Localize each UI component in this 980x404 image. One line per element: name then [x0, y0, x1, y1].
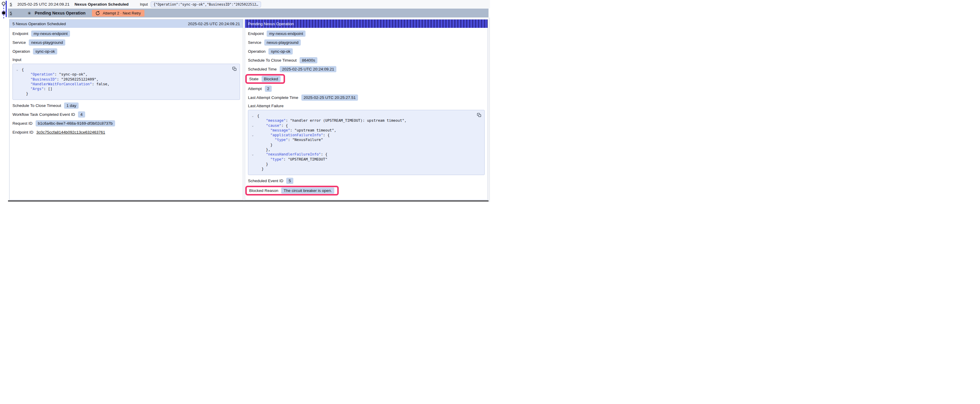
pending-nexus-operation-row[interactable]: 5 ✳ Pending Nexus Operation Attempt 2 · … [8, 9, 488, 17]
field-label: Service [13, 40, 26, 45]
field-row-endpoint: Endpointmy-nexus-endpoint [248, 29, 485, 38]
field-row-endpoint-id: Endpoint ID3c0c75ccfa8144b092c13ce632463… [13, 128, 240, 137]
field-label: Scheduled Time [248, 67, 277, 71]
nexus-asterisk-icon: ✳ [28, 11, 32, 16]
event-title: Nexus Operation Scheduled [75, 2, 129, 6]
schedule-to-close-timeout-value: 86400s [299, 57, 317, 63]
code-line: "message": "handler error (UPSTREAM_TIME… [248, 118, 474, 123]
retry-icon [95, 11, 100, 16]
field-row-workflow-task-completed-event-id: Workflow Task Completed Event ID4 [13, 110, 240, 119]
field-label: Scheduled Event ID [248, 179, 283, 183]
field-row-operation: Operationsync-op-ok [248, 47, 485, 56]
timeline-event-dot-icon [2, 2, 5, 5]
collapse-chevron-icon[interactable]: ⌄ [252, 124, 255, 127]
field-label: Endpoint [248, 32, 264, 36]
scheduled-panel-header: 5 Nexus Operation Scheduled 2025-02-25 U… [10, 19, 243, 28]
state-value: Blocked [262, 76, 281, 82]
collapse-chevron-icon[interactable]: ⌄ [252, 133, 255, 137]
field-label: Workflow Task Completed Event ID [13, 112, 75, 117]
field-row-scheduled-event-id: Scheduled Event ID5 [248, 176, 485, 185]
input-label: Input [140, 2, 148, 6]
copy-icon[interactable] [232, 67, 237, 71]
field-row-schedule-to-close-timeout: Schedule To Close Timeout1 day [13, 101, 240, 110]
code-line: "type": "NexusFailure" [248, 138, 474, 142]
code-line: ⌄ "applicationFailureInfo": { [248, 133, 474, 138]
collapse-chevron-icon[interactable]: ⌄ [16, 68, 20, 71]
annotation-highlight-box: Blocked ReasonThe circuit breaker is ope… [245, 186, 339, 195]
attempt-value: 2 [265, 86, 272, 92]
pending-operation-panel: Pending Nexus Operation Endpointmy-nexus… [245, 19, 488, 200]
pending-panel-title: Pending Nexus Operation [248, 22, 294, 26]
field-row-service: Servicenexus-playground [13, 38, 240, 47]
field-label: Request ID [13, 121, 33, 125]
service-value: nexus-playground [264, 40, 301, 46]
code-line: "Args": [] [13, 87, 229, 91]
code-line: "type": "UPSTREAM_TIMEOUT" [248, 157, 474, 162]
section-label-input: Input [13, 56, 240, 63]
event-detail-panels: 5 Nexus Operation Scheduled 2025-02-25 U… [9, 19, 488, 200]
field-row-endpoint: Endpointmy-nexus-endpoint [13, 29, 240, 38]
field-label: State [249, 77, 259, 81]
scheduled-panel-body: Endpointmy-nexus-endpointServicenexus-pl… [10, 28, 243, 137]
field-row-schedule-to-close-timeout: Schedule To Close Timeout86400s [248, 56, 485, 65]
code-line: } [248, 162, 474, 166]
field-row-operation: Operationsync-op-ok [13, 47, 240, 56]
field-label: Last Attempt Complete Time [248, 95, 298, 100]
code-line: ⌄{ [248, 113, 474, 118]
code-line: } [248, 166, 474, 171]
workflow-task-completed-event-id-value: 4 [78, 111, 85, 117]
field-label: Schedule To Close Timeout [13, 103, 61, 108]
scheduled-event-id-value: 5 [286, 178, 293, 184]
code-block-last-attempt-failure: ⌄{ "message": "handler error (UPSTREAM_T… [248, 110, 485, 175]
event-history-row-scheduled[interactable]: 5 2025-02-25 UTC 20:24:09.21 Nexus Opera… [8, 0, 490, 9]
field-label: Attempt [248, 87, 262, 91]
timeline-selection-bar [6, 1, 7, 17]
code-line: "BusinessID": "20250225122409", [13, 77, 229, 82]
copy-icon[interactable] [477, 113, 481, 117]
pending-event-id-link[interactable]: 5 [10, 11, 12, 16]
field-label: Schedule To Close Timeout [248, 58, 297, 62]
scheduled-time-value: 2025-02-25 UTC 20:24:09.21 [280, 66, 337, 72]
last-attempt-complete-time-value: 2025-02-25 UTC 20:25:27.51 [301, 95, 358, 101]
field-label: Service [248, 40, 261, 45]
code-line: } [248, 143, 474, 147]
request-id-value: b1c6a4bc-8ee7-468a-9169-df3b02c8737b [36, 120, 115, 127]
scheduled-panel-timestamp: 2025-02-25 UTC 20:24:09.21 [188, 22, 240, 26]
field-label: Endpoint [13, 32, 28, 36]
scrollbar-gutter[interactable] [488, 17, 490, 202]
section-label-last-attempt-failure: Last Attempt Failure [248, 102, 485, 109]
field-row-attempt: Attempt2 [248, 84, 485, 93]
retry-badge-label: Attempt 2 · Next Retry [103, 11, 141, 16]
code-line: } [13, 91, 229, 96]
expanded-row-bottom-border [0, 201, 488, 201]
field-row-request-id: Request IDb1c6a4bc-8ee7-468a-9169-df3b02… [13, 119, 240, 128]
pending-panel-header: Pending Nexus Operation [245, 19, 488, 28]
operation-value: sync-op-ok [269, 48, 293, 54]
endpoint-id-value-link[interactable]: 3c0c75ccfa8144b092c13ce632463761 [37, 130, 105, 135]
blocked-reason-value: The circuit breaker is open. [281, 187, 334, 194]
code-block-input: ⌄{ "Operation": "sync-op-ok", "BusinessI… [13, 64, 240, 100]
timeline-pending-dot-icon [2, 11, 5, 14]
collapse-chevron-icon[interactable]: ⌄ [252, 114, 255, 117]
annotation-highlight-box: StateBlocked [245, 74, 285, 84]
service-value: nexus-playground [29, 40, 65, 46]
code-line: ⌄ "nexusHandlerFailureInfo": { [248, 152, 474, 157]
field-label: Operation [248, 49, 266, 54]
event-timeline-gutter [0, 0, 8, 202]
pending-panel-body: Endpointmy-nexus-endpointServicenexus-pl… [245, 28, 488, 196]
retry-status-badge: Attempt 2 · Next Retry [92, 10, 145, 17]
code-line: "HandlerWaitForCancellation": false, [13, 82, 229, 87]
field-label: Blocked Reason [249, 189, 278, 193]
field-row-state: StateBlocked [248, 73, 485, 84]
input-preview-chip: {"Operation":"sync-op-ok","BusinessID":"… [151, 2, 261, 7]
operation-value: sync-op-ok [33, 48, 57, 54]
field-row-last-attempt-complete-time: Last Attempt Complete Time2025-02-25 UTC… [248, 93, 485, 102]
code-line: ⌄ "cause": { [248, 123, 474, 128]
schedule-to-close-timeout-value: 1 day [64, 103, 79, 109]
field-label: Endpoint ID [13, 130, 33, 135]
collapse-chevron-icon[interactable]: ⌄ [252, 152, 255, 156]
event-timestamp: 2025-02-25 UTC 20:24:09.21 [18, 2, 70, 6]
event-id-link[interactable]: 5 [10, 2, 12, 6]
code-line: "Operation": "sync-op-ok", [13, 72, 229, 77]
scheduled-panel-title: 5 Nexus Operation Scheduled [13, 22, 66, 26]
